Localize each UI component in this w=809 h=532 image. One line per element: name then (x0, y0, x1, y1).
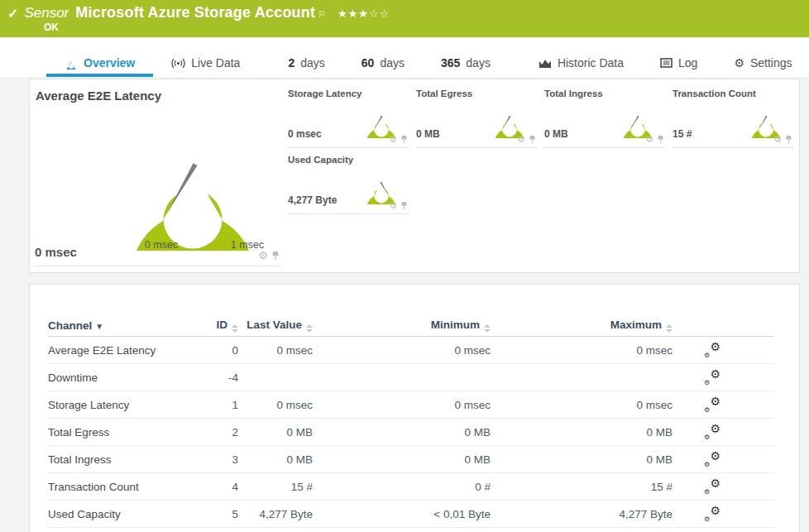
pin-icon[interactable] (529, 135, 536, 144)
gauge-arc (361, 166, 402, 204)
tab-label: Overview (84, 56, 135, 69)
mini-gauges-grid: Storage Latency 0 msec ⚙ Total Egress (288, 87, 797, 219)
content-area: Average E2E Latency 0 msec 1 msec 0 msec… (0, 77, 809, 532)
column-header-id[interactable]: ID (201, 319, 238, 333)
gauge-settings-gear-icon[interactable]: ⚙ (773, 134, 782, 145)
table-header-row: Channel▼ ID Last Value Minimum Maximum (48, 314, 774, 337)
primary-channel-gauge[interactable]: Average E2E Latency 0 msec 1 msec 0 msec… (35, 79, 281, 266)
channel-minimum: 0 msec (313, 399, 491, 411)
channel-id: 1 (201, 399, 238, 411)
gauge-arc (617, 100, 658, 138)
channel-minimum: 0 # (313, 481, 491, 493)
channel-id: 3 (201, 453, 238, 466)
sensor-title: Microsoft Azure Storage Account (75, 4, 315, 22)
status-badge: OK (44, 22, 59, 33)
gauge-settings-gear-icon[interactable]: ⚙ (389, 200, 397, 211)
gauge-settings-gear-icon[interactable]: ⚙ (389, 134, 397, 145)
channel-maximum: 0 MB (491, 453, 673, 466)
channel-maximum: 4,277 Byte (491, 508, 673, 520)
sorted-desc-icon: ▼ (95, 322, 103, 331)
live-data-icon (171, 58, 185, 69)
table-row: Storage Latency 1 0 msec 0 msec 0 msec ⚙… (48, 391, 774, 419)
column-header-channel[interactable]: Channel▼ (48, 319, 201, 332)
channel-name[interactable]: Total Egress (48, 426, 201, 439)
channel-settings-icon[interactable]: ⚙⚙ (704, 369, 720, 384)
channel-settings-icon[interactable]: ⚙⚙ (704, 424, 720, 439)
mini-gauge-storage-latency[interactable]: Storage Latency 0 msec ⚙ (288, 87, 409, 148)
mini-gauge-value: 15 # (673, 128, 692, 140)
channel-settings-icon[interactable]: ⚙⚙ (704, 478, 720, 493)
tab-log[interactable]: Log (642, 56, 716, 77)
historic-chart-icon (539, 58, 552, 69)
mini-gauge-title: Storage Latency (288, 89, 361, 98)
sort-icon (484, 324, 491, 333)
channel-name[interactable]: Transaction Count (48, 481, 201, 493)
mini-gauge-used-capacity[interactable]: Used Capacity 4,277 Byte ⚙ (288, 153, 409, 214)
mini-gauge-value: 0 MB (416, 128, 440, 140)
gauge-needle (503, 116, 510, 128)
priority-stars[interactable]: ★★★☆☆ (337, 7, 390, 20)
tab-overview[interactable]: Overview (46, 56, 153, 77)
channel-settings-icon[interactable]: ⚙⚙ (704, 451, 720, 466)
gauge-needle (380, 182, 387, 194)
gauge-arc (489, 100, 530, 138)
channel-maximum: 0 msec (491, 344, 673, 357)
column-header-minimum[interactable]: Minimum (313, 319, 491, 333)
tab-label: Log (678, 56, 697, 69)
gauge-settings-gear-icon[interactable]: ⚙ (258, 249, 268, 261)
gauge-needle (631, 116, 639, 128)
sort-icon (232, 324, 238, 333)
pin-icon[interactable] (400, 201, 408, 210)
mini-gauge-transaction-count[interactable]: Transaction Count 15 # ⚙ (673, 87, 794, 148)
stars-filled: ★★★ (337, 7, 369, 20)
table-row: Total Egress 2 0 MB 0 MB 0 MB ⚙⚙ (48, 419, 774, 446)
tab-live-data[interactable]: Live Data (153, 56, 258, 77)
channel-name[interactable]: Used Capacity (48, 508, 201, 520)
tab-number: 60 (361, 56, 375, 69)
flag-icon[interactable]: ⚐ (318, 9, 326, 20)
channel-settings-icon[interactable]: ⚙⚙ (704, 506, 720, 520)
settings-gear-icon: ⚙ (734, 56, 744, 69)
tab-60-days[interactable]: 60 days (343, 56, 423, 77)
sensor-kind-label: Sensor (24, 5, 69, 22)
channels-table-panel: Channel▼ ID Last Value Minimum Maximum A… (29, 284, 800, 532)
gauge-settings-gear-icon[interactable]: ⚙ (517, 134, 525, 145)
channel-maximum: 0 MB (491, 426, 673, 439)
channel-id: 0 (201, 344, 238, 357)
tab-settings[interactable]: ⚙ Settings (716, 56, 809, 77)
pin-icon[interactable] (657, 135, 664, 144)
tab-label: Live Data (191, 56, 240, 69)
mini-gauge-total-egress[interactable]: Total Egress 0 MB ⚙ (416, 87, 538, 148)
channel-id: -4 (201, 371, 238, 384)
mini-gauge-total-ingress[interactable]: Total Ingress 0 MB ⚙ (544, 87, 666, 148)
pin-icon[interactable] (400, 135, 408, 144)
mini-gauge-title: Transaction Count (673, 89, 756, 98)
channel-settings-icon[interactable]: ⚙⚙ (704, 396, 720, 411)
channel-name[interactable]: Average E2E Latency (48, 344, 201, 357)
channel-last-value: 0 msec (238, 399, 313, 411)
channel-settings-icon[interactable]: ⚙⚙ (704, 342, 720, 357)
gauge-settings-gear-icon[interactable]: ⚙ (645, 134, 653, 145)
channel-name[interactable]: Total Ingress (48, 453, 201, 466)
channel-last-value: 0 MB (238, 453, 313, 466)
pin-icon[interactable] (785, 135, 792, 144)
tab-2-days[interactable]: 2 days (270, 56, 342, 77)
channel-name[interactable]: Downtime (48, 371, 201, 384)
mini-gauge-value: 4,277 Byte (288, 194, 337, 206)
mini-gauge-value: 0 MB (544, 128, 568, 140)
tab-bar: Overview Live Data 2 days 60 days 365 da… (0, 37, 809, 77)
tab-label: days (380, 56, 404, 69)
tab-historic-data[interactable]: Historic Data (520, 56, 642, 77)
table-row: Average E2E Latency 0 0 msec 0 msec 0 ms… (48, 337, 774, 364)
tab-label: Historic Data (558, 56, 624, 69)
table-row: Transaction Count 4 15 # 0 # 15 # ⚙⚙ (48, 473, 774, 501)
channel-minimum: 0 msec (313, 344, 491, 357)
column-header-maximum[interactable]: Maximum (491, 319, 673, 333)
channel-name[interactable]: Storage Latency (48, 399, 201, 411)
pin-icon[interactable] (271, 251, 280, 261)
channel-last-value: 0 msec (238, 344, 313, 357)
channels-table: Channel▼ ID Last Value Minimum Maximum A… (30, 285, 799, 528)
gauge-arc (361, 100, 402, 138)
tab-365-days[interactable]: 365 days (423, 56, 509, 77)
column-header-last-value[interactable]: Last Value (238, 319, 313, 333)
